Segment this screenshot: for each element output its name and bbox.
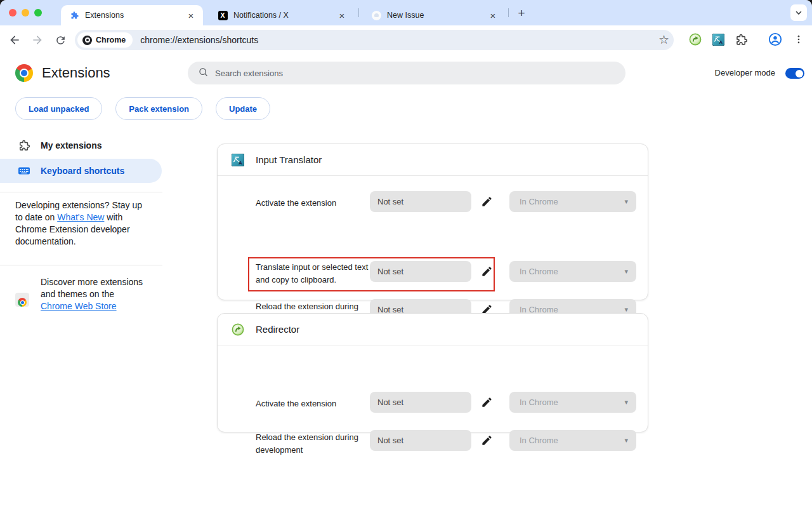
tab-close-icon[interactable]: × (336, 10, 348, 21)
edit-pencil-icon[interactable] (479, 394, 494, 410)
whats-new-link[interactable]: What's New (57, 212, 104, 222)
redirector-icon (232, 323, 244, 336)
chrome-web-store-icon (15, 293, 29, 307)
puzzle-favicon-icon (69, 10, 79, 20)
action-buttons-row: Load unpacked Pack extension Update (15, 97, 270, 120)
chevron-down-icon: ▾ (624, 398, 628, 406)
tab-bar: Extensions × X Notifications / X × New I… (0, 0, 812, 25)
developer-mode-toggle[interactable] (785, 68, 804, 79)
forward-button[interactable] (30, 33, 44, 47)
scope-value: In Chrome (520, 197, 558, 206)
chrome-mono-icon (82, 36, 92, 45)
extensions-puzzle-icon[interactable] (734, 32, 748, 46)
shortcut-value: Not set (377, 267, 403, 276)
github-logo-icon (371, 10, 381, 20)
back-button[interactable] (8, 33, 22, 47)
menu-dots-icon[interactable] (792, 32, 806, 46)
scope-value: In Chrome (520, 436, 558, 445)
tab-title: New Issue (387, 11, 487, 20)
load-unpacked-button[interactable]: Load unpacked (15, 97, 102, 120)
site-badge-label: Chrome (96, 36, 126, 44)
redirector-toolbar-icon[interactable] (688, 32, 702, 46)
shortcut-input[interactable]: Not set (370, 191, 471, 212)
search-input[interactable] (215, 69, 570, 78)
edit-pencil-icon[interactable] (479, 432, 494, 448)
site-badge[interactable]: Chrome (77, 32, 133, 48)
input-translator-icon: A (232, 154, 244, 166)
search-icon (198, 67, 209, 80)
puzzle-outline-icon (18, 139, 30, 152)
shortcut-label: Activate the extension (256, 398, 369, 410)
card-header: A Input Translator (218, 144, 648, 176)
tab-close-icon[interactable]: × (487, 10, 499, 21)
new-tab-button[interactable]: + (514, 6, 529, 21)
shortcut-value: Not set (377, 436, 403, 445)
developer-note: Developing extensions? Stay up to date o… (15, 199, 151, 248)
card-title: Redirector (256, 324, 299, 335)
svg-text:A: A (239, 160, 242, 166)
scope-dropdown[interactable]: In Chrome▾ (509, 261, 636, 282)
edit-pencil-icon[interactable] (479, 194, 494, 209)
x-logo-icon: X (218, 10, 228, 20)
search-box[interactable] (188, 62, 625, 84)
shortcut-card-redirector: Redirector Activate the extension Not se… (217, 313, 648, 432)
chrome-logo-icon (15, 64, 33, 82)
tab-search-chevron-button[interactable] (790, 4, 807, 21)
shortcut-value: Not set (377, 398, 403, 407)
window-minimize-button[interactable] (22, 9, 29, 17)
sidebar-item-label: My extensions (41, 140, 102, 150)
sidebar-item-my-extensions[interactable]: My extensions (0, 133, 162, 157)
scope-value: In Chrome (520, 267, 558, 276)
pack-extension-button[interactable]: Pack extension (115, 97, 202, 120)
shortcut-value: Not set (377, 197, 403, 206)
shortcut-label: Activate the extension (256, 197, 369, 210)
sidebar-item-label: Keyboard shortcuts (41, 166, 124, 176)
web-store-note: Discover more extensions and themes on t… (41, 276, 143, 312)
sidebar-divider (0, 265, 162, 265)
extensions-page: Extensions Developer mode Load unpacked … (0, 55, 812, 508)
sidebar-divider (0, 192, 162, 192)
edit-pencil-icon[interactable] (479, 264, 494, 279)
tab-title: Notifications / X (233, 11, 336, 20)
tab-extensions[interactable]: Extensions × (61, 5, 203, 25)
reload-button[interactable] (53, 33, 67, 47)
tab-new-issue[interactable]: New Issue × (363, 5, 505, 25)
tab-separator (508, 8, 509, 17)
tab-close-icon[interactable]: × (185, 10, 197, 21)
chevron-down-icon: ▾ (624, 197, 628, 206)
page-title: Extensions (42, 65, 110, 81)
scope-dropdown[interactable]: In Chrome▾ (509, 191, 636, 212)
developer-mode-label: Developer mode (715, 68, 775, 77)
sidebar-item-keyboard-shortcuts[interactable]: Keyboard shortcuts (0, 159, 162, 183)
tab-separator (358, 8, 359, 17)
shortcut-input[interactable]: Not set (370, 392, 471, 413)
shortcut-label: Translate input or selected text and cop… (256, 261, 369, 286)
browser-window: Extensions × X Notifications / X × New I… (0, 0, 812, 508)
tab-title: Extensions (85, 11, 185, 20)
chevron-down-icon: ▾ (624, 436, 628, 444)
window-zoom-button[interactable] (34, 9, 42, 17)
tab-notifications-x[interactable]: X Notifications / X × (209, 5, 354, 25)
chrome-web-store-link[interactable]: Chrome Web Store (41, 301, 117, 311)
scope-dropdown[interactable]: In Chrome▾ (509, 392, 636, 413)
shortcut-label: Reload the extension during development (256, 431, 369, 457)
address-bar[interactable]: Chrome chrome://extensions/shortcuts (75, 30, 674, 50)
scope-value: In Chrome (520, 398, 558, 407)
update-button[interactable]: Update (216, 97, 270, 120)
shortcut-input[interactable]: Not set (370, 430, 471, 451)
card-title: Input Translator (256, 154, 322, 165)
web-store-note-text: Discover more extensions and themes on t… (41, 277, 143, 299)
window-close-button[interactable] (9, 9, 16, 17)
url-text: chrome://extensions/shortcuts (140, 35, 258, 45)
keyboard-icon (18, 164, 30, 177)
input-translator-toolbar-icon[interactable]: A (711, 32, 725, 46)
chevron-down-icon: ▾ (624, 267, 628, 276)
scope-dropdown[interactable]: In Chrome▾ (509, 430, 636, 451)
shortcut-card-input-translator: A Input Translator Activate the extensio… (217, 144, 648, 300)
shortcut-input[interactable]: Not set (370, 261, 471, 282)
profile-avatar-icon[interactable] (768, 32, 782, 46)
svg-text:A: A (719, 39, 723, 44)
card-header: Redirector (218, 314, 648, 345)
browser-toolbar: Chrome chrome://extensions/shortcuts ☆ A (0, 25, 812, 55)
